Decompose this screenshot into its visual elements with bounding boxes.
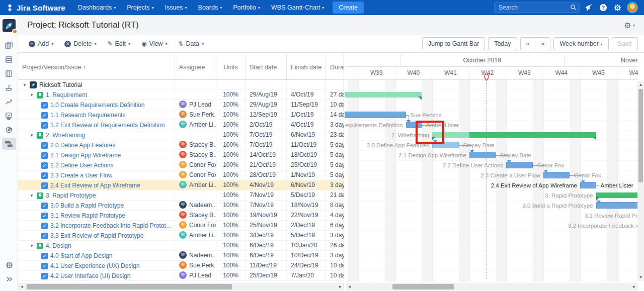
task-checkbox-icon[interactable]: ✓	[41, 223, 48, 229]
project-avatar[interactable]	[3, 19, 16, 32]
gantt-vscroll-thumb[interactable]	[638, 89, 643, 182]
scroll-right-arrow-icon[interactable]: ►	[630, 283, 638, 290]
delete-menu-button[interactable]: ✕Delete▾	[60, 38, 101, 49]
gantt-summary-bar[interactable]	[345, 92, 422, 98]
issue-link[interactable]: 3. Rapid Prototype	[46, 191, 96, 201]
gantt-task-bar[interactable]	[580, 182, 596, 188]
scroll-down-arrow-icon[interactable]: ▼	[637, 273, 644, 281]
issue-link[interactable]: 4.0 Start of App Design	[50, 251, 112, 261]
gantt-task-bar[interactable]	[406, 122, 422, 128]
gantt-summary-bar[interactable]	[596, 192, 638, 198]
gantt-task-bar[interactable]	[596, 202, 638, 209]
nav-menu-dashboards[interactable]: Dashboards▾	[72, 0, 121, 15]
table-row[interactable]: ✓4.1 User Experience (UX) DesignSue Perk…	[18, 261, 344, 271]
issue-link[interactable]: 1.2 Exit Review of Requirements Definiti…	[50, 121, 165, 130]
edit-menu-button[interactable]: ✎Edit▾	[103, 38, 135, 49]
column-header-start-date[interactable]: Start date	[246, 54, 287, 80]
task-checkbox-icon[interactable]: ✓	[41, 172, 48, 179]
scroll-left-button[interactable]: «	[520, 37, 536, 50]
task-checkbox-icon[interactable]: ✓	[41, 152, 48, 159]
search-input[interactable]	[494, 3, 580, 13]
table-row[interactable]: ✓1.2 Exit Review of Requirements Definit…	[18, 120, 344, 130]
table-row[interactable]: ▾2. Wireframing100%7/Oct/196/Nov/1923 da…	[18, 130, 344, 140]
issue-link[interactable]: 1.0 Create Requirements Definition	[50, 101, 144, 110]
table-scroll-thumb[interactable]	[27, 284, 232, 289]
task-checkbox-icon[interactable]: ✓	[41, 182, 48, 189]
collapse-caret-icon[interactable]: ▾	[22, 80, 27, 90]
task-checkbox-icon[interactable]: ✓	[41, 233, 48, 239]
task-checkbox-icon[interactable]: ✓	[41, 263, 48, 269]
table-horizontal-scrollbar[interactable]: ◄ ►	[18, 283, 344, 290]
nav-menu-issues[interactable]: Issues▾	[159, 0, 192, 15]
gantt-task-bar[interactable]	[506, 162, 533, 168]
table-row[interactable]: ✓4.0 Start of App DesignNadeem...100%6/D…	[18, 251, 344, 261]
scroll-right-button[interactable]: »	[535, 37, 550, 50]
issue-link[interactable]: 4. Design	[46, 241, 71, 251]
nav-menu-wbs-gantt-chart[interactable]: WBS Gantt-Chart▾	[266, 0, 330, 15]
gantt-horizontal-scrollbar[interactable]: ◄ ►	[346, 283, 638, 290]
gantt-scroll-track[interactable]	[353, 283, 630, 290]
view-menu-button[interactable]: ◉View▾	[137, 38, 172, 49]
scroll-up-arrow-icon[interactable]: ▲	[637, 81, 644, 88]
task-checkbox-icon[interactable]: ✓	[41, 203, 48, 209]
column-header-units[interactable]: Units	[216, 54, 246, 80]
table-row[interactable]: ▾1. Requirement100%29/Aug/194/Oct/1927 d…	[18, 90, 344, 100]
deployments-icon[interactable]	[2, 110, 16, 122]
table-row[interactable]: ✓2.2 Define User ActionsConor Fox100%21/…	[18, 160, 344, 170]
scroll-left-arrow-icon[interactable]: ◄	[346, 283, 353, 290]
table-row[interactable]: ▾3. Rapid Prototype100%7/Nov/195/Dec/192…	[18, 190, 344, 201]
issue-link[interactable]: 2.2 Define User Actions	[50, 161, 113, 170]
megaphone-icon[interactable]	[585, 3, 594, 12]
jump-to-gantt-bar-button[interactable]: Jump to Gantt Bar	[422, 37, 485, 50]
issue-link[interactable]: 1. Requirement	[46, 90, 87, 100]
addons-icon[interactable]	[2, 124, 16, 136]
jira-logo[interactable]: Jira Software	[0, 4, 72, 12]
nav-menu-portfolio[interactable]: Portfolio▾	[227, 0, 266, 15]
help-icon[interactable]: ?	[599, 3, 608, 12]
collapse-caret-icon[interactable]: ▾	[29, 90, 34, 100]
create-button[interactable]: Create	[333, 2, 364, 14]
table-row[interactable]: ✓2.4 Exit Review of App WireframeAmber L…	[18, 180, 344, 190]
collapse-caret-icon[interactable]: ▾	[29, 241, 34, 251]
issue-link[interactable]: 3.1 Review Rapid Prototype	[50, 211, 125, 221]
gantt-task-bar[interactable]	[345, 112, 406, 118]
table-row[interactable]: ✓2.0 Define App FeaturesStacey B...100%7…	[18, 140, 344, 150]
today-pin-icon[interactable]	[484, 74, 490, 81]
issue-link[interactable]: 2. Wireframing	[46, 131, 85, 140]
table-row[interactable]: ✓2.1 Design App WireframeStacey B...100%…	[18, 150, 344, 160]
table-row[interactable]: ✓1.1 Research RequirementsSue Perk...100…	[18, 110, 344, 120]
table-row[interactable]: ✓3.0 Build a Rapid PrototypeNadeem...100…	[18, 201, 344, 211]
nav-menu-boards[interactable]: Boards▾	[193, 0, 228, 15]
task-checkbox-icon[interactable]: ✓	[41, 253, 48, 259]
table-row[interactable]: ▾Ricksoft Tutorial	[18, 80, 344, 90]
gantt-scroll-thumb[interactable]	[392, 284, 454, 289]
issue-link[interactable]: 2.4 Exit Review of App Wireframe	[50, 181, 140, 190]
gantt-task-bar[interactable]	[432, 142, 459, 148]
data-menu-button[interactable]: ⇅Data▾	[174, 38, 208, 49]
column-header-project-version-issue[interactable]: Project/Version/Issue ↑	[18, 54, 175, 80]
gantt-vertical-scrollbar[interactable]: ▲ ▼	[637, 81, 644, 281]
issue-link[interactable]: 2.0 Define App Features	[50, 141, 115, 150]
issue-link[interactable]: 4.2 User Interface (UI) Design	[50, 271, 130, 281]
collapse-caret-icon[interactable]: ▾	[29, 131, 34, 140]
expand-sidebar-icon[interactable]	[2, 273, 16, 285]
page-settings-button[interactable]: ▾	[624, 22, 635, 29]
task-checkbox-icon[interactable]: ✓	[41, 102, 48, 109]
today-button[interactable]: Today	[488, 37, 517, 50]
issue-link[interactable]: 3.3 Exit Review of Rapid Prototype	[50, 231, 143, 241]
task-checkbox-icon[interactable]: ✓	[41, 273, 48, 279]
table-row[interactable]: ▾4. Design100%6/Dec/1910/Jan/2026 day	[18, 241, 344, 251]
table-scroll-track[interactable]	[26, 283, 337, 290]
scroll-right-arrow-icon[interactable]: ►	[337, 283, 344, 290]
task-checkbox-icon[interactable]: ✓	[41, 142, 48, 149]
gantt-task-bar[interactable]	[543, 172, 570, 178]
settings-icon[interactable]	[2, 259, 16, 271]
table-row[interactable]: ✓2.3 Create a User FlowConor Fox100%28/O…	[18, 170, 344, 180]
add-menu-button[interactable]: +Add▾	[24, 38, 58, 49]
column-header-durat[interactable]: Durat	[326, 54, 344, 80]
task-checkbox-icon[interactable]: ✓	[41, 122, 48, 129]
table-row[interactable]: ✓4.2 User Interface (UI) DesignPJ Lead10…	[18, 271, 344, 281]
task-checkbox-icon[interactable]: ✓	[41, 162, 48, 169]
table-row[interactable]: ✓3.2 Incorporate Feedback into Rapid Pro…	[18, 221, 344, 231]
task-checkbox-icon[interactable]: ✓	[41, 213, 48, 219]
